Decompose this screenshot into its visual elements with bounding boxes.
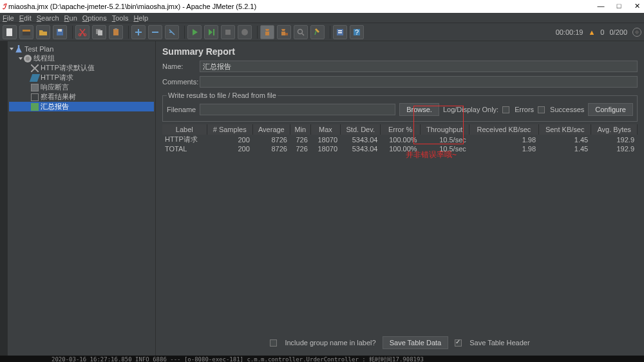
summary-table: Label# SamplesAverageMinMaxStd. Dev.Erro… — [162, 124, 638, 153]
close-button[interactable]: ✕ — [632, 2, 641, 11]
filename-input[interactable] — [200, 104, 395, 115]
reset-search-button[interactable] — [310, 25, 325, 39]
warn-count: 0 — [600, 28, 604, 36]
cell: 1.98 — [469, 144, 538, 153]
save-button[interactable] — [53, 25, 67, 39]
svg-rect-16 — [338, 30, 342, 32]
search-button[interactable] — [294, 25, 308, 39]
tree-http-request[interactable]: HTTP请求 — [9, 73, 154, 82]
tree-response-assert[interactable]: 响应断言 — [9, 82, 154, 92]
menu-tools[interactable]: Tools — [112, 14, 129, 22]
elapsed-time: 00:00:19 — [556, 28, 583, 36]
cell: 18070 — [310, 144, 340, 153]
menu-file[interactable]: File — [3, 14, 14, 22]
shutdown-button[interactable] — [238, 25, 252, 39]
titlebar: ℐ miaosha.jmx (D:\apache-jmeter-5.2.1\bi… — [0, 0, 644, 13]
col-4[interactable]: Max — [310, 124, 340, 135]
cell: 200 — [207, 144, 252, 153]
successes-label: Successes — [550, 106, 584, 113]
menu-run[interactable]: Run — [64, 14, 77, 22]
svg-rect-8 — [98, 30, 102, 35]
cell: 1.98 — [469, 135, 538, 144]
tree-http-default[interactable]: HTTP请求默认值 — [9, 63, 154, 73]
cell: 18070 — [310, 135, 340, 144]
cell: 5343.04 — [341, 144, 381, 153]
clear-button[interactable] — [260, 25, 274, 39]
svg-rect-17 — [338, 32, 342, 33]
cell: 726 — [290, 144, 310, 153]
svg-point-14 — [298, 29, 303, 33]
listener-icon — [31, 93, 39, 101]
svg-rect-10 — [115, 28, 117, 30]
save-table-data-button[interactable]: Save Table Data — [383, 336, 449, 349]
copy-button[interactable] — [92, 25, 106, 39]
menu-help[interactable]: Help — [133, 14, 148, 22]
comments-label: Comments: — [162, 78, 200, 86]
svg-rect-2 — [23, 30, 30, 32]
templates-button[interactable] — [19, 25, 33, 39]
tree-summary-report[interactable]: 汇总报告 — [9, 102, 154, 111]
tree-thread-group[interactable]: 线程组 — [9, 53, 154, 63]
footer: Include group name in label? Save Table … — [156, 336, 644, 349]
cell: HTTP请求 — [162, 135, 207, 144]
paste-button[interactable] — [109, 25, 123, 39]
start-button[interactable] — [187, 25, 202, 39]
toggle-button[interactable] — [165, 25, 179, 39]
col-0[interactable]: Label — [162, 124, 207, 135]
table-row[interactable]: HTTP请求2008726726180705343.04100.00%10.5/… — [162, 135, 638, 144]
col-9[interactable]: Sent KB/sec — [539, 124, 591, 135]
menu-search[interactable]: Search — [37, 14, 59, 22]
col-8[interactable]: Received KB/sec — [469, 124, 538, 135]
tree-view-results[interactable]: 察看结果树 — [9, 92, 154, 102]
save-header-checkbox[interactable] — [455, 339, 462, 347]
svg-rect-4 — [58, 29, 62, 32]
tree-test-plan[interactable]: Test Plan — [9, 44, 154, 53]
stop-button[interactable] — [221, 25, 235, 39]
col-1[interactable]: # Samples — [207, 124, 252, 135]
annotation-text: 并非错误率哦~ — [406, 149, 457, 160]
col-3[interactable]: Min — [290, 124, 310, 135]
configure-button[interactable]: Configure — [588, 103, 633, 116]
thread-count: 0/200 — [609, 28, 627, 36]
tree-panel: Test Plan 线程组 HTTP请求默认值 HTTP请求 响应断言 察看结果… — [8, 41, 156, 356]
clear-all-button[interactable] — [277, 25, 291, 39]
expand-button[interactable] — [131, 25, 146, 39]
include-group-checkbox[interactable] — [270, 339, 277, 347]
start-no-pause-button[interactable] — [204, 25, 218, 39]
cell: 1.45 — [539, 144, 591, 153]
collapse-button[interactable] — [148, 25, 162, 39]
menu-options[interactable]: Options — [82, 14, 107, 22]
maximize-button[interactable]: □ — [614, 2, 623, 11]
console-strip: 2020-03-16 16:27:16.850 INFO 6886 --- [o… — [0, 356, 644, 362]
main-panel: Summary Report Name: Comments: Write res… — [156, 41, 644, 356]
name-label: Name: — [162, 62, 200, 70]
errors-checkbox[interactable] — [502, 106, 509, 113]
gear-icon — [24, 55, 32, 62]
col-10[interactable]: Avg. Bytes — [591, 124, 638, 135]
successes-checkbox[interactable] — [538, 106, 545, 113]
sampler-icon — [30, 74, 40, 82]
table-row[interactable]: TOTAL2008726726180705343.04100.00%10.5/s… — [162, 144, 638, 153]
cell: 200 — [207, 135, 252, 144]
function-helper-button[interactable] — [333, 25, 347, 39]
col-2[interactable]: Average — [252, 124, 290, 135]
svg-text:?: ? — [355, 28, 359, 36]
warn-icon[interactable]: ▲ — [588, 28, 595, 36]
menu-edit[interactable]: Edit — [19, 14, 32, 22]
cell: 192.9 — [591, 135, 638, 144]
cut-button[interactable] — [75, 25, 90, 39]
open-button[interactable] — [36, 25, 50, 39]
svg-rect-0 — [6, 28, 12, 36]
new-button[interactable] — [3, 25, 17, 39]
include-group-label: Include group name in label? — [285, 339, 375, 347]
col-5[interactable]: Std. Dev. — [341, 124, 381, 135]
cell: 192.9 — [591, 144, 638, 153]
left-gutter — [0, 41, 8, 356]
name-input[interactable] — [200, 61, 638, 72]
svg-rect-11 — [213, 29, 214, 35]
file-fieldset: Write results to file / Read from file F… — [162, 91, 638, 122]
help-button[interactable]: ? — [350, 25, 364, 39]
comments-input[interactable] — [200, 76, 638, 88]
minimize-button[interactable]: — — [596, 2, 605, 11]
filename-label: Filename — [167, 106, 196, 113]
